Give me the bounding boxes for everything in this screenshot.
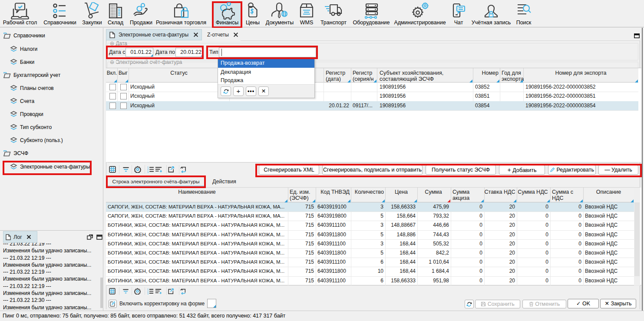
svg-text:3: 3 bbox=[147, 292, 149, 295]
svg-text:3: 3 bbox=[147, 171, 149, 173]
